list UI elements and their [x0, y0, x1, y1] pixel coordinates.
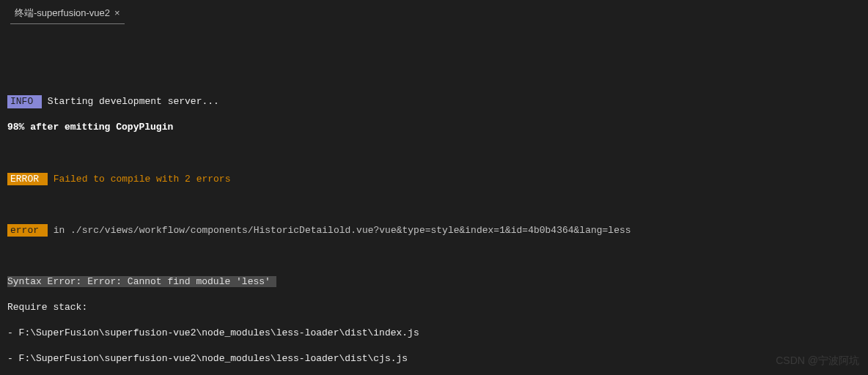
progress-line: 98% after emitting CopyPlugin	[7, 121, 868, 134]
close-icon[interactable]: ×	[114, 7, 120, 20]
error-badge-caps: ERROR	[7, 173, 48, 186]
stack-line: - F:\SuperFusion\superfusion-vue2\node_m…	[7, 352, 868, 365]
info-badge: INFO	[7, 95, 42, 108]
syntax-error-line: Syntax Error: Error: Cannot find module …	[7, 276, 276, 287]
stack-line: - F:\SuperFusion\superfusion-vue2\node_m…	[7, 327, 868, 340]
failed-line: Failed to compile with 2 errors	[48, 174, 231, 185]
require-stack-label: Require stack:	[7, 301, 868, 314]
starting-line: Starting development server...	[42, 96, 219, 107]
error-in-line: in ./src/views/workflow/components/Histo…	[48, 225, 631, 236]
error-badge: error	[7, 224, 48, 237]
tab-title: 终端-superfusion-vue2	[15, 7, 110, 20]
tab-bar: 终端-superfusion-vue2 ×	[0, 0, 868, 24]
terminal-tab[interactable]: 终端-superfusion-vue2 ×	[10, 4, 125, 24]
terminal-output[interactable]: INFO Starting development server... 98% …	[0, 24, 868, 375]
